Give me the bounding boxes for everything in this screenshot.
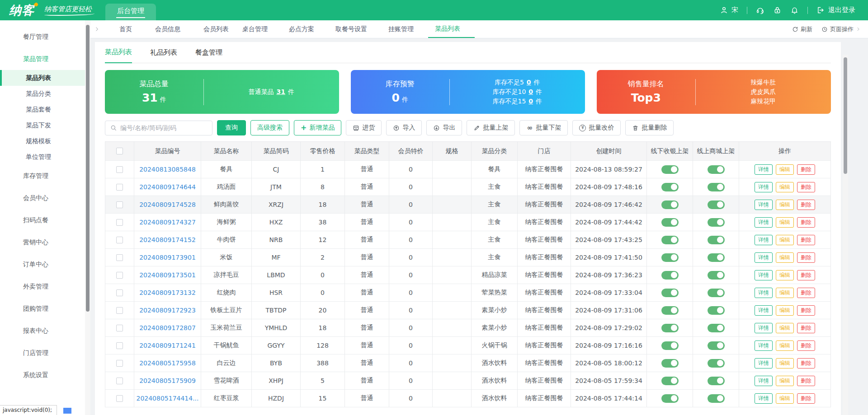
tab-菜品列表[interactable]: 菜品列表 [428, 20, 475, 38]
row-checkbox[interactable] [116, 325, 123, 331]
detail-button[interactable]: 详情 [755, 323, 773, 333]
sidebar-item-报表中心[interactable]: 报表中心 [0, 320, 85, 342]
tab-必点方案[interactable]: 必点方案 [282, 20, 329, 38]
import-button[interactable]: 导入 [386, 120, 422, 135]
mall-on-shelf-toggle[interactable] [708, 218, 725, 227]
line-value[interactable]: 31 [277, 88, 285, 95]
detail-button[interactable]: 详情 [755, 305, 773, 316]
sidebar-collapse-toggle[interactable] [90, 20, 103, 38]
batch-price-button[interactable]: ¥批量改价 [572, 120, 621, 135]
delete-button[interactable]: 删除 [797, 252, 815, 263]
mall-on-shelf-toggle[interactable] [708, 289, 725, 297]
mall-on-shelf-toggle[interactable] [708, 341, 725, 350]
tab-挂账管理[interactable]: 挂账管理 [382, 20, 428, 38]
pos-on-shelf-toggle[interactable] [661, 218, 679, 227]
line-value[interactable]: 0 [528, 88, 533, 95]
row-checkbox[interactable] [116, 360, 123, 367]
row-checkbox[interactable] [116, 307, 123, 314]
mall-on-shelf-toggle[interactable] [708, 183, 725, 191]
delete-button[interactable]: 删除 [797, 376, 815, 386]
edit-button[interactable]: 编辑 [776, 270, 794, 280]
detail-button[interactable]: 详情 [755, 340, 773, 351]
dish-id-link[interactable]: 20240813085848 [139, 166, 196, 173]
edit-button[interactable]: 编辑 [776, 340, 794, 351]
mall-on-shelf-toggle[interactable] [708, 394, 725, 403]
mall-on-shelf-toggle[interactable] [708, 271, 725, 280]
sidebar-item-扫码点餐[interactable]: 扫码点餐 [0, 209, 85, 231]
edit-button[interactable]: 编辑 [776, 393, 794, 404]
advanced-search-button[interactable]: 高级搜索 [250, 120, 289, 135]
pos-on-shelf-toggle[interactable] [661, 236, 679, 244]
tab-桌台管理[interactable]: 桌台管理 [236, 20, 282, 38]
tab-会员列表[interactable]: 会员列表 [187, 20, 236, 38]
detail-button[interactable]: 详情 [755, 200, 773, 210]
row-checkbox[interactable] [116, 272, 123, 279]
pos-on-shelf-toggle[interactable] [661, 271, 679, 280]
lock-icon[interactable] [773, 6, 782, 14]
tab-会员信息[interactable]: 会员信息 [139, 20, 187, 38]
edit-button[interactable]: 编辑 [776, 288, 794, 298]
dish-id-link[interactable]: 20240805175958 [139, 359, 196, 367]
close-icon[interactable] [416, 27, 421, 32]
sidebar-item-会员中心[interactable]: 会员中心 [0, 187, 85, 209]
pos-on-shelf-toggle[interactable] [661, 359, 679, 368]
current-user[interactable]: 宋 [720, 6, 738, 14]
sidebar-item-外卖管理[interactable]: 外卖管理 [0, 275, 85, 298]
section-tab-餐盒管理[interactable]: 餐盒管理 [195, 48, 222, 63]
sidebar-subitem-菜品套餐[interactable]: 菜品套餐 [0, 102, 85, 117]
section-tab-礼品列表[interactable]: 礼品列表 [150, 48, 177, 63]
dish-id-link[interactable]: 20240805174414... [136, 395, 198, 402]
pos-on-shelf-toggle[interactable] [661, 201, 679, 209]
close-icon[interactable] [317, 27, 322, 32]
sidebar-item-门店管理[interactable]: 门店管理 [0, 342, 85, 364]
delete-button[interactable]: 删除 [797, 164, 815, 175]
page-operations-button[interactable]: 页面操作 [821, 25, 861, 33]
query-button[interactable]: 查询 [217, 120, 246, 135]
content-scrollbar[interactable] [843, 55, 848, 415]
delete-button[interactable]: 删除 [797, 288, 815, 298]
edit-button[interactable]: 编辑 [776, 305, 794, 316]
sidebar-item-餐厅管理[interactable]: 餐厅管理 [0, 26, 85, 48]
tab-取餐号设置[interactable]: 取餐号设置 [329, 20, 382, 38]
sidebar-subitem-单位管理[interactable]: 单位管理 [0, 149, 85, 165]
detail-button[interactable]: 详情 [755, 182, 773, 192]
tab-首页[interactable]: 首页 [103, 20, 139, 38]
mall-on-shelf-toggle[interactable] [708, 165, 725, 174]
delete-button[interactable]: 删除 [797, 270, 815, 280]
select-all-checkbox[interactable] [116, 148, 123, 154]
batch-delete-button[interactable]: 批量删除 [625, 120, 674, 135]
bell-icon[interactable] [790, 6, 799, 14]
dish-id-link[interactable]: 20240809174327 [139, 219, 196, 226]
delete-button[interactable]: 删除 [797, 235, 815, 245]
dish-id-link[interactable]: 20240809172923 [139, 307, 196, 314]
detail-button[interactable]: 详情 [755, 164, 773, 175]
mall-on-shelf-toggle[interactable] [708, 201, 725, 209]
card-detail-line[interactable]: 库存不足100件 [450, 87, 585, 97]
edit-button[interactable]: 编辑 [776, 235, 794, 245]
row-checkbox[interactable] [116, 395, 123, 402]
row-checkbox[interactable] [116, 378, 123, 384]
section-tab-菜品列表[interactable]: 菜品列表 [105, 48, 132, 63]
dish-id-link[interactable]: 20240809173901 [139, 254, 196, 261]
detail-button[interactable]: 详情 [755, 358, 773, 368]
detail-button[interactable]: 详情 [755, 217, 773, 228]
mall-on-shelf-toggle[interactable] [708, 324, 725, 332]
mall-on-shelf-toggle[interactable] [708, 359, 725, 368]
edit-button[interactable]: 编辑 [776, 217, 794, 228]
dish-id-link[interactable]: 20240809172807 [139, 324, 196, 331]
detail-button[interactable]: 详情 [755, 270, 773, 280]
card-detail-line[interactable]: 库存不足50件 [450, 78, 585, 87]
row-checkbox[interactable] [116, 166, 123, 173]
delete-button[interactable]: 删除 [797, 200, 815, 210]
dish-id-link[interactable]: 20240809171241 [139, 342, 196, 349]
refresh-button[interactable]: 刷新 [792, 25, 812, 33]
sidebar-item-系统设置[interactable]: 系统设置 [0, 364, 85, 386]
edit-button[interactable]: 编辑 [776, 376, 794, 386]
export-button[interactable]: 导出 [426, 120, 462, 135]
delete-button[interactable]: 删除 [797, 340, 815, 351]
sidebar-scrollbar[interactable] [85, 20, 90, 415]
dish-id-link[interactable]: 20240805175909 [139, 377, 196, 384]
mall-on-shelf-toggle[interactable] [708, 377, 725, 385]
edit-button[interactable]: 编辑 [776, 182, 794, 192]
detail-button[interactable]: 详情 [755, 376, 773, 386]
